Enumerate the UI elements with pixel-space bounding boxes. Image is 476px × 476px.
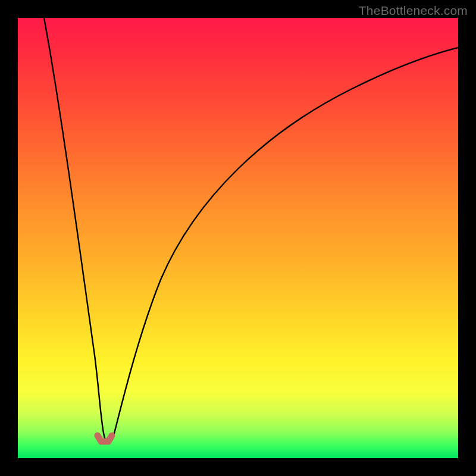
chart-frame	[18, 18, 458, 458]
bottleneck-curve	[18, 18, 458, 458]
bottleneck-curve-path	[44, 18, 458, 443]
watermark-text: TheBottleneck.com	[359, 4, 468, 18]
